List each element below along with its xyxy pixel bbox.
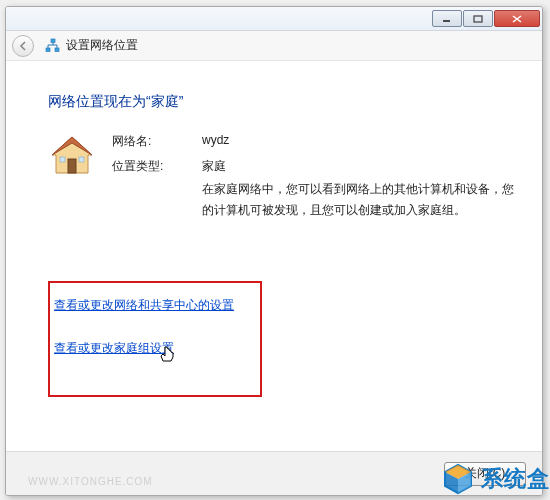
content-area: 网络位置现在为“家庭” 网络名: wydz 位置类型: — [6, 61, 542, 451]
view-network-sharing-link[interactable]: 查看或更改网络和共享中心的设置 — [54, 297, 234, 314]
location-type-row: 位置类型: 家庭 在家庭网络中，您可以看到网络上的其他计算机和设备，您的计算机可… — [112, 158, 518, 221]
minimize-button[interactable] — [432, 10, 462, 27]
svg-rect-7 — [79, 157, 84, 162]
brand-cube-icon — [441, 462, 475, 496]
header-bar: 设置网络位置 — [6, 31, 542, 61]
titlebar — [6, 7, 542, 31]
watermark-text: WWW.XITONGHE.COM — [28, 476, 153, 487]
window-title: 设置网络位置 — [66, 37, 138, 54]
network-name-row: 网络名: wydz — [112, 133, 518, 150]
location-type-label: 位置类型: — [112, 158, 202, 221]
dialog-window: 设置网络位置 网络位置现在为“家庭” 网络名: wydz — [5, 6, 543, 496]
svg-rect-4 — [55, 48, 59, 52]
brand-text: 系统盒 — [481, 464, 550, 494]
brand-logo: 系统盒 — [441, 462, 550, 496]
network-name-value: wydz — [202, 133, 518, 150]
location-type-value: 家庭 — [202, 158, 518, 175]
svg-rect-0 — [443, 20, 450, 22]
arrow-left-icon — [17, 40, 29, 52]
network-location-icon — [44, 38, 60, 54]
svg-rect-6 — [60, 157, 65, 162]
cursor-pointer-icon — [160, 346, 176, 367]
back-button[interactable] — [12, 35, 34, 57]
page-heading: 网络位置现在为“家庭” — [48, 93, 518, 111]
location-description: 在家庭网络中，您可以看到网络上的其他计算机和设备，您的计算机可被发现，且您可以创… — [202, 179, 518, 221]
home-network-icon — [48, 133, 96, 180]
svg-rect-1 — [474, 16, 482, 22]
svg-rect-5 — [68, 159, 76, 173]
links-box: 查看或更改网络和共享中心的设置 查看或更改家庭组设置 — [48, 281, 262, 397]
maximize-button[interactable] — [463, 10, 493, 27]
close-window-button[interactable] — [494, 10, 540, 27]
svg-rect-3 — [46, 48, 50, 52]
view-homegroup-link[interactable]: 查看或更改家庭组设置 — [54, 340, 174, 357]
svg-rect-2 — [51, 39, 55, 43]
network-name-label: 网络名: — [112, 133, 202, 150]
